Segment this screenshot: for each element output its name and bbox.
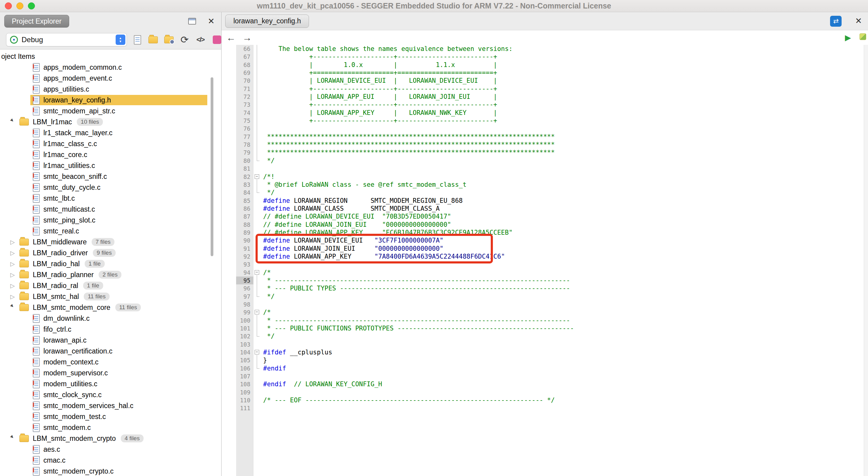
code-line-84[interactable]: 84 */ (222, 189, 868, 197)
tree-item-modem_context.c[interactable]: modem_context.c (0, 356, 221, 368)
tree-item-LBM_lr1mac[interactable]: ▸LBM_lr1mac10 files (0, 116, 221, 127)
tree-item-lr1mac_class_c.c[interactable]: lr1mac_class_c.c (0, 138, 221, 149)
chevron-expanded-icon[interactable]: ▸ (9, 116, 20, 128)
code-line-107[interactable]: 107 (222, 372, 868, 380)
tree-item-apps_utilities.c[interactable]: apps_utilities.c (0, 84, 221, 95)
tree-item-fifo_ctrl.c[interactable]: fifo_ctrl.c (0, 324, 221, 335)
tree-item-smtc_lbt.c[interactable]: smtc_lbt.c (0, 193, 221, 204)
tab-lorawan-key-config[interactable]: lorawan_key_config.h (225, 14, 309, 28)
code-line-102[interactable]: 102 */ (222, 332, 868, 340)
code-line-73[interactable]: 73 +---------------------+--------------… (222, 101, 868, 108)
code-line-97[interactable]: 97 */ (222, 293, 868, 301)
code-line-69[interactable]: 69 +=====================+==============… (222, 69, 868, 77)
code-line-72[interactable]: 72 | LORAWAN_APP_EUI | LORAWAN_JOIN_EUI … (222, 93, 868, 101)
code-line-100[interactable]: 100 * ----------------------------------… (222, 316, 868, 325)
tree-item-LBM_middleware[interactable]: ▷LBM_middleware7 files (0, 236, 221, 247)
tree-item-apps_modem_common.c[interactable]: apps_modem_common.c (0, 62, 221, 73)
code-area[interactable]: 66 The below table shows the names equiv… (222, 45, 868, 476)
run-icon[interactable]: ▶ (845, 33, 851, 42)
tree-item-smtc_ping_slot.c[interactable]: smtc_ping_slot.c (0, 215, 221, 226)
tree-item-smtc_modem.c[interactable]: smtc_modem.c (0, 422, 221, 433)
code-line-81[interactable]: 81 (222, 165, 868, 172)
tree-item-smtc_beacon_sniff.c[interactable]: smtc_beacon_sniff.c (0, 171, 221, 182)
fold-toggle-icon[interactable]: − (253, 269, 261, 276)
tree-item-lr1_stack_mac_layer.c[interactable]: lr1_stack_mac_layer.c (0, 127, 221, 138)
code-line-70[interactable]: 70 | LORAWAN_DEVICE_EUI | LORAWAN_DEVICE… (222, 77, 868, 84)
code-line-80[interactable]: 80 */ (222, 157, 868, 165)
code-line-95[interactable]: 95 * -----------------------------------… (222, 276, 868, 284)
tree-item-LBM_radio_ral[interactable]: ▷LBM_radio_ral1 file (0, 280, 221, 291)
corner-icon[interactable] (860, 33, 866, 40)
tree-item-dm_downlink.c[interactable]: dm_downlink.c (0, 313, 221, 324)
tree-item-apps_modem_event.c[interactable]: apps_modem_event.c (0, 73, 221, 84)
tree-item-LBM_radio_planner[interactable]: ▷LBM_radio_planner2 files (0, 269, 221, 280)
build-configuration-select[interactable]: Debug ▲▼ (6, 33, 127, 46)
tree-item-modem_supervisor.c[interactable]: modem_supervisor.c (0, 368, 221, 378)
code-line-83[interactable]: 83 * @brief LoRaWAN class - see @ref smt… (222, 181, 868, 189)
code-line-78[interactable]: 78 *************************************… (222, 141, 868, 148)
tree-item-smtc_multicast.c[interactable]: smtc_multicast.c (0, 204, 221, 215)
code-line-67[interactable]: 67 +---------------------+--------------… (222, 53, 868, 61)
fold-toggle-icon[interactable]: − (253, 308, 261, 316)
code-line-68[interactable]: 68 | 1.0.x | 1.1.x | (222, 61, 868, 69)
code-line-111[interactable]: 111 (222, 404, 868, 412)
code-line-104[interactable]: 104−#ifdef __cplusplus (222, 348, 868, 356)
tree-item-smtc_clock_sync.c[interactable]: smtc_clock_sync.c (0, 389, 221, 400)
tree-item-LBM_smtc_hal[interactable]: ▷LBM_smtc_hal11 files (0, 291, 221, 302)
code-line-96[interactable]: 96 * --- PUBLIC TYPES ------------------… (222, 284, 868, 292)
compare-files-icon[interactable]: ⇄ (830, 16, 842, 27)
tree-item-LBM_smtc_modem_core[interactable]: ▸LBM_smtc_modem_core11 files (0, 302, 221, 313)
tree-item-cmac.c[interactable]: cmac.c (0, 455, 221, 466)
close-editor-icon[interactable]: ✕ (855, 17, 862, 25)
code-line-101[interactable]: 101 * --- PUBLIC FUNCTIONS PROTOTYPES --… (222, 325, 868, 332)
code-line-82[interactable]: 82−/*! (222, 173, 868, 181)
editor-scrollbar[interactable] (864, 45, 868, 476)
code-line-88[interactable]: 88// #define LORAWAN_JOIN_EUI "000000000… (222, 221, 868, 229)
code-line-86[interactable]: 86#define LORAWAN_CLASS SMTC_MODEM_CLASS… (222, 205, 868, 212)
fold-toggle-icon[interactable]: − (253, 173, 261, 181)
code-line-75[interactable]: 75 +---------------------+--------------… (222, 117, 868, 125)
clipped-toolbar-button[interactable] (211, 34, 221, 45)
code-line-105[interactable]: 105} (222, 356, 868, 364)
nav-forward-button[interactable]: → (243, 33, 252, 42)
chevron-collapsed-icon[interactable]: ▷ (10, 293, 20, 300)
tree-item-smtc_duty_cycle.c[interactable]: smtc_duty_cycle.c (0, 182, 221, 193)
combo-stepper-icon[interactable]: ▲▼ (116, 35, 125, 45)
chevron-expanded-icon[interactable]: ▸ (9, 302, 20, 313)
chevron-collapsed-icon[interactable]: ▷ (10, 271, 20, 278)
chevron-collapsed-icon[interactable]: ▷ (10, 282, 20, 289)
tab-project-explorer[interactable]: Project Explorer (4, 15, 69, 28)
tree-item-lorawan_certification.c[interactable]: lorawan_certification.c (0, 346, 221, 356)
tree-item-smtc_modem_services_hal.c[interactable]: smtc_modem_services_hal.c (0, 400, 221, 411)
code-line-87[interactable]: 87// #define LORAWAN_DEVICE_EUI "70B3D57… (222, 212, 868, 220)
code-line-74[interactable]: 74 | LORAWAN_APP_KEY | LORAWAN_NWK_KEY | (222, 109, 868, 117)
sidebar-scrollbar[interactable] (211, 77, 213, 256)
tree-item-lorawan_key_config.h[interactable]: lorawan_key_config.h (0, 95, 221, 105)
code-line-103[interactable]: 103 (222, 340, 868, 348)
code-line-106[interactable]: 106#endif (222, 365, 868, 372)
float-panel-icon[interactable] (188, 18, 196, 25)
code-line-108[interactable]: 108#endif // LORAWAN_KEY_CONFIG_H (222, 380, 868, 388)
code-line-71[interactable]: 71 +---------------------+--------------… (222, 85, 868, 93)
chevron-collapsed-icon[interactable]: ▷ (10, 261, 20, 267)
close-panel-icon[interactable]: ✕ (208, 17, 215, 26)
tree-item-lorawan_api.c[interactable]: lorawan_api.c (0, 335, 221, 346)
chevron-expanded-icon[interactable]: ▸ (9, 433, 20, 444)
tree-item-LBM_smtc_modem_crypto[interactable]: ▸LBM_smtc_modem_crypto4 files (0, 433, 221, 444)
tree-item-smtc_modem_api_str.c[interactable]: smtc_modem_api_str.c (0, 105, 221, 116)
code-line-110[interactable]: 110/* --- EOF --------------------------… (222, 396, 868, 404)
tree-item-smtc_modem_test.c[interactable]: smtc_modem_test.c (0, 411, 221, 422)
code-line-79[interactable]: 79 *************************************… (222, 148, 868, 157)
chevron-collapsed-icon[interactable]: ▷ (10, 239, 20, 246)
code-line-66[interactable]: 66 The below table shows the names equiv… (222, 45, 868, 53)
fold-toggle-icon[interactable]: − (253, 348, 261, 356)
code-line-99[interactable]: 99−/* (222, 308, 868, 316)
open-folder-button[interactable] (148, 34, 158, 45)
code-line-76[interactable]: 76 (222, 125, 868, 133)
tree-item-modem_utilities.c[interactable]: modem_utilities.c (0, 378, 221, 389)
new-file-button[interactable] (132, 34, 143, 45)
tree-item-smtc_modem_crypto.c[interactable]: smtc_modem_crypto.c (0, 466, 221, 476)
tree-item-LBM_radio_hal[interactable]: ▷LBM_radio_hal1 file (0, 258, 221, 269)
code-line-109[interactable]: 109 (222, 388, 868, 396)
tree-item-aes.c[interactable]: aes.c (0, 444, 221, 455)
